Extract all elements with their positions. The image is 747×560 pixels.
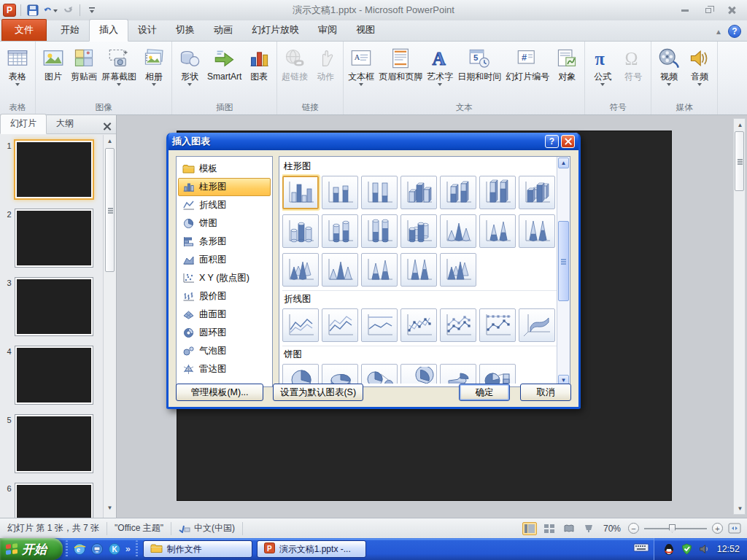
dialog-help-icon[interactable]: ? <box>545 135 559 148</box>
powerpoint-app-icon[interactable]: P <box>3 4 16 17</box>
chart-type-col3100[interactable] <box>479 176 516 209</box>
help-icon[interactable]: ? <box>728 25 741 38</box>
panel-close-icon[interactable] <box>103 122 112 131</box>
slide-thumbnail-image[interactable] <box>15 415 93 472</box>
scrollbar-thumb[interactable] <box>735 131 744 191</box>
chart-type-col3st[interactable] <box>440 176 476 209</box>
ribbon-button-幻灯片编号[interactable]: #幻灯片编号 <box>503 43 551 82</box>
tab-切换[interactable]: 切换 <box>166 20 204 41</box>
ribbon-button-艺术字[interactable]: A艺术字 <box>425 43 455 86</box>
scroll-up-icon[interactable]: ▲ <box>558 158 569 168</box>
slide-thumbnail-6[interactable]: 6 <box>3 483 103 518</box>
chart-type-linest[interactable] <box>322 308 358 342</box>
minimize-button[interactable] <box>677 4 693 16</box>
volume-icon[interactable] <box>698 543 711 556</box>
ribbon-button-图片[interactable]: 图片 <box>38 43 69 82</box>
ribbon-button-表格[interactable]: 表格 <box>2 43 33 86</box>
dialog-close-icon[interactable] <box>561 135 575 148</box>
category-圆环图[interactable]: 圆环图 <box>178 324 271 342</box>
slide-thumbnail-image[interactable] <box>15 483 93 518</box>
chart-type-pyr3[interactable] <box>440 253 476 287</box>
category-柱形图[interactable]: 柱形图 <box>178 178 271 196</box>
tab-slides[interactable]: 幻灯片 <box>0 114 47 134</box>
slide-thumbnail-4[interactable]: 4 <box>3 346 103 404</box>
chart-type-col3d[interactable] <box>519 176 555 209</box>
category-饼图[interactable]: 饼图 <box>178 214 271 233</box>
save-icon[interactable] <box>26 3 40 18</box>
ribbon-button-公式[interactable]: π公式 <box>587 43 618 86</box>
tab-插入[interactable]: 插入 <box>89 19 128 42</box>
set-default-chart-button[interactable]: 设置为默认图表(S) <box>273 384 363 401</box>
tab-开始[interactable]: 开始 <box>51 20 89 41</box>
scroll-up-icon[interactable]: ▲ <box>104 135 116 147</box>
dropdown-arrow-icon[interactable] <box>117 83 121 86</box>
chart-type-cone[interactable] <box>440 214 476 248</box>
input-method-icon[interactable] <box>633 542 649 556</box>
manage-templates-button[interactable]: 管理模板(M)... <box>176 384 263 401</box>
panel-scrollbar[interactable]: ▲ ▼ <box>103 135 116 518</box>
category-X Y (散点图)[interactable]: X Y (散点图) <box>178 269 271 287</box>
scroll-up-icon[interactable]: ▲ <box>734 119 746 131</box>
category-面积图[interactable]: 面积图 <box>178 251 271 269</box>
chart-type-linem[interactable] <box>400 308 437 342</box>
ribbon-button-文本框[interactable]: A文本框 <box>346 43 376 86</box>
main-scrollbar[interactable]: ▲ ▼ <box>733 118 746 515</box>
theme-name[interactable]: "Office 主题" <box>107 522 171 535</box>
chart-type-cyl3[interactable] <box>400 214 437 248</box>
dropdown-arrow-icon[interactable] <box>438 83 442 86</box>
customize-qat-icon[interactable] <box>85 3 99 18</box>
chart-type-colst[interactable] <box>322 176 358 209</box>
category-雷达图[interactable]: 雷达图 <box>178 360 271 378</box>
start-button[interactable]: 开始 <box>0 538 63 560</box>
slide-thumbnail-1[interactable]: 1 <box>3 141 103 198</box>
ie-icon[interactable]: e <box>72 542 87 556</box>
ribbon-button-音频[interactable]: 音频 <box>684 43 715 86</box>
undo-icon[interactable] <box>43 3 58 18</box>
ribbon-button-对象[interactable]: 对象 <box>551 43 582 82</box>
scrollbar-thumb[interactable] <box>558 221 569 301</box>
category-模板[interactable]: 模板 <box>178 160 271 178</box>
ribbon-button-图表[interactable]: 图表 <box>244 43 274 82</box>
slide-thumbnail-3[interactable]: 3 <box>3 278 103 335</box>
ribbon-button-SmartArt[interactable]: SmartArt <box>205 43 244 82</box>
chart-type-col100[interactable] <box>361 176 398 209</box>
desktop-icon[interactable] <box>90 542 104 556</box>
fit-to-window-icon[interactable] <box>728 523 741 534</box>
dropdown-arrow-icon[interactable] <box>697 83 702 86</box>
ribbon-button-形状[interactable]: 形状 <box>174 43 205 86</box>
collapse-ribbon-icon[interactable]: ▲ <box>715 28 722 36</box>
chart-type-pyr100[interactable] <box>400 253 437 287</box>
close-button[interactable] <box>724 4 740 16</box>
chart-type-pie[interactable] <box>282 364 319 384</box>
ribbon-button-日期和时间[interactable]: 5日期和时间 <box>455 43 503 82</box>
ribbon-button-相册[interactable]: 相册 <box>139 43 169 86</box>
gallery-scrollbar[interactable]: ▲ ▼ <box>557 157 570 386</box>
zoom-slider[interactable] <box>644 528 707 529</box>
chart-type-pieexp[interactable] <box>400 364 437 384</box>
chart-type-pie3[interactable] <box>322 364 358 384</box>
ribbon-button-视频[interactable]: 视频 <box>654 43 684 86</box>
scroll-down-icon[interactable]: ▼ <box>104 502 116 513</box>
ribbon-button-页眉和页脚[interactable]: 页眉和页脚 <box>376 43 425 82</box>
normal-view-button[interactable] <box>522 522 537 535</box>
slide-thumbnail-image[interactable] <box>15 278 93 335</box>
category-曲面图[interactable]: 曲面图 <box>178 306 271 324</box>
reading-view-button[interactable] <box>562 522 576 535</box>
chart-type-col3[interactable] <box>400 176 437 209</box>
tab-视图[interactable]: 视图 <box>347 20 384 41</box>
chart-type-linem100[interactable] <box>479 308 516 342</box>
chart-type-pieof[interactable] <box>361 364 398 384</box>
dropdown-arrow-icon[interactable] <box>600 83 605 86</box>
slide-counter[interactable]: 幻灯片 第 1 张，共 7 张 <box>0 522 107 535</box>
cancel-button[interactable]: 取消 <box>520 384 571 401</box>
chart-type-pyr[interactable] <box>322 253 358 287</box>
slideshow-view-button[interactable] <box>581 522 596 535</box>
chart-type-cone100[interactable] <box>519 214 555 248</box>
slide-thumbnail-image[interactable] <box>15 141 93 198</box>
task-item-演示文稿1.pptx -...[interactable]: P演示文稿1.pptx -... <box>257 540 366 558</box>
dropdown-arrow-icon[interactable] <box>359 83 363 86</box>
chart-type-cylst[interactable] <box>322 214 358 248</box>
dropdown-arrow-icon[interactable] <box>15 83 20 86</box>
slide-thumbnail-image[interactable] <box>15 209 93 267</box>
category-条形图[interactable]: 条形图 <box>178 233 271 251</box>
